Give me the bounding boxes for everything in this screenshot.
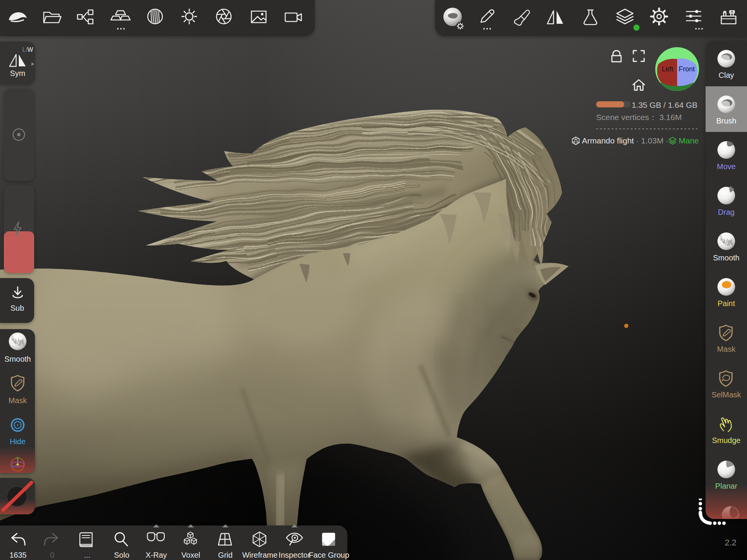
svg-text:Front: Front [679,65,695,73]
svg-text:Left: Left [662,65,673,73]
